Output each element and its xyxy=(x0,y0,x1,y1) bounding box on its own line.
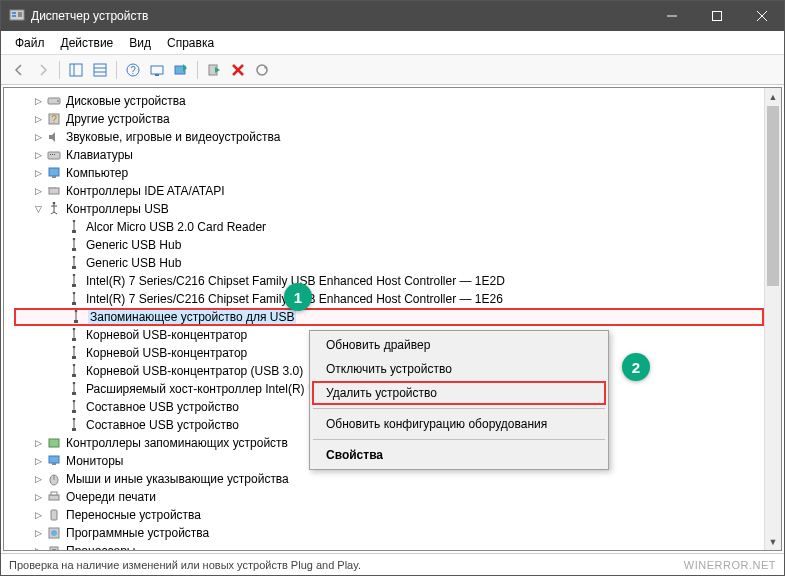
tree-node-usb-child[interactable]: Generic USB Hub xyxy=(14,236,764,254)
svg-text:?: ? xyxy=(51,114,57,125)
chevron-right-icon[interactable]: ▷ xyxy=(32,167,44,179)
tree-node-computer[interactable]: ▷ Компьютер xyxy=(14,164,764,182)
tree-node-usb-controllers[interactable]: ▽ Контроллеры USB xyxy=(14,200,764,218)
tree-node-usb-child[interactable]: Alcor Micro USB 2.0 Card Reader xyxy=(14,218,764,236)
scroll-up-button[interactable]: ▲ xyxy=(765,88,781,105)
menu-view[interactable]: Вид xyxy=(121,34,159,52)
chevron-right-icon[interactable]: ▷ xyxy=(32,95,44,107)
scroll-down-button[interactable]: ▼ xyxy=(765,533,781,550)
context-scan-hardware[interactable]: Обновить конфигурацию оборудования xyxy=(312,412,606,436)
tree-node-ide-atapi[interactable]: ▷ Контроллеры IDE ATA/ATAPI xyxy=(14,182,764,200)
scrollbar-thumb[interactable] xyxy=(767,106,779,286)
chevron-right-icon[interactable]: ▷ xyxy=(32,473,44,485)
tree-node-usb-mass-storage[interactable]: Запоминающее устройство для USB xyxy=(14,308,764,326)
svg-rect-31 xyxy=(52,176,56,178)
cpu-icon xyxy=(46,543,62,550)
update-driver-button[interactable] xyxy=(170,59,192,81)
tree-node-sound-video[interactable]: ▷ Звуковые, игровые и видеоустройства xyxy=(14,128,764,146)
chevron-down-icon[interactable]: ▽ xyxy=(32,203,44,215)
tree-label: Звуковые, игровые и видеоустройства xyxy=(66,130,280,144)
show-hide-tree-button[interactable] xyxy=(65,59,87,81)
chevron-right-icon[interactable]: ▷ xyxy=(32,491,44,503)
device-tree[interactable]: ▷ Дисковые устройства ▷ ? Другие устройс… xyxy=(4,88,764,550)
tree-node-usb-child[interactable]: Intel(R) 7 Series/C216 Chipset Family US… xyxy=(14,272,764,290)
maximize-button[interactable] xyxy=(694,1,739,31)
chevron-right-icon[interactable]: ▷ xyxy=(32,113,44,125)
tree-node-portable[interactable]: ▷Переносные устройства xyxy=(14,506,764,524)
usb-device-icon xyxy=(66,273,82,289)
toolbar: ? xyxy=(1,55,784,85)
context-disable-device[interactable]: Отключить устройство xyxy=(312,357,606,381)
svg-point-23 xyxy=(57,100,59,102)
context-properties[interactable]: Свойства xyxy=(312,443,606,467)
printer-icon xyxy=(46,489,62,505)
chevron-right-icon[interactable]: ▷ xyxy=(32,527,44,539)
chevron-right-icon[interactable]: ▷ xyxy=(32,509,44,521)
window-title: Диспетчер устройств xyxy=(31,9,649,23)
chevron-right-icon[interactable]: ▷ xyxy=(32,185,44,197)
minimize-button[interactable] xyxy=(649,1,694,31)
svg-rect-42 xyxy=(72,266,76,269)
tree-node-software[interactable]: ▷Программные устройства xyxy=(14,524,764,542)
svg-rect-48 xyxy=(74,320,78,323)
menu-help[interactable]: Справка xyxy=(159,34,222,52)
tree-node-processors[interactable]: ▷Процессоры xyxy=(14,542,764,550)
audio-icon xyxy=(46,129,62,145)
tree-label: Generic USB Hub xyxy=(86,256,181,270)
context-uninstall-device[interactable]: Удалить устройство xyxy=(312,381,606,405)
svg-point-36 xyxy=(53,202,56,204)
other-devices-icon: ? xyxy=(46,111,62,127)
back-button[interactable] xyxy=(8,59,30,81)
tree-label: Контроллеры USB xyxy=(66,202,169,216)
tree-node-print-queues[interactable]: ▷Очереди печати xyxy=(14,488,764,506)
chevron-right-icon[interactable]: ▷ xyxy=(32,545,44,550)
chevron-right-icon[interactable]: ▷ xyxy=(32,131,44,143)
svg-rect-3 xyxy=(18,12,22,17)
svg-rect-28 xyxy=(52,154,53,155)
svg-point-43 xyxy=(73,274,76,276)
refresh-button[interactable] xyxy=(251,59,273,81)
svg-point-49 xyxy=(73,328,76,330)
usb-device-icon xyxy=(66,381,82,397)
forward-button[interactable] xyxy=(32,59,54,81)
chevron-right-icon[interactable]: ▷ xyxy=(32,455,44,467)
disk-drive-icon xyxy=(46,93,62,109)
tree-node-keyboards[interactable]: ▷ Клавиатуры xyxy=(14,146,764,164)
tree-label: Программные устройства xyxy=(66,526,209,540)
close-button[interactable] xyxy=(739,1,784,31)
svg-rect-32 xyxy=(49,188,59,194)
svg-point-57 xyxy=(73,400,76,402)
svg-rect-61 xyxy=(49,439,59,447)
svg-rect-54 xyxy=(72,374,76,377)
portable-device-icon xyxy=(46,507,62,523)
scan-button[interactable] xyxy=(146,59,168,81)
menu-action[interactable]: Действие xyxy=(53,34,122,52)
tree-node-mice[interactable]: ▷Мыши и иные указывающие устройства xyxy=(14,470,764,488)
enable-button[interactable] xyxy=(203,59,225,81)
chevron-right-icon[interactable]: ▷ xyxy=(32,437,44,449)
chevron-right-icon[interactable]: ▷ xyxy=(32,149,44,161)
help-button[interactable]: ? xyxy=(122,59,144,81)
status-text: Проверка на наличие изменений или новых … xyxy=(9,559,361,571)
computer-icon xyxy=(46,165,62,181)
svg-rect-8 xyxy=(70,64,82,76)
menu-file[interactable]: Файл xyxy=(7,34,53,52)
toolbar-separator xyxy=(197,61,198,79)
svg-rect-27 xyxy=(50,154,51,155)
usb-device-icon xyxy=(66,327,82,343)
tree-node-other-devices[interactable]: ▷ ? Другие устройства xyxy=(14,110,764,128)
tree-node-disk-drives[interactable]: ▷ Дисковые устройства xyxy=(14,92,764,110)
context-separator xyxy=(313,408,605,409)
properties-button[interactable] xyxy=(89,59,111,81)
svg-rect-10 xyxy=(94,64,106,76)
tree-label: Очереди печати xyxy=(66,490,156,504)
uninstall-button[interactable] xyxy=(227,59,249,81)
content-area: ▷ Дисковые устройства ▷ ? Другие устройс… xyxy=(3,87,782,551)
context-update-driver[interactable]: Обновить драйвер xyxy=(312,333,606,357)
tree-node-usb-child[interactable]: Generic USB Hub xyxy=(14,254,764,272)
tree-label: Составное USB устройство xyxy=(86,400,239,414)
toolbar-separator xyxy=(59,61,60,79)
vertical-scrollbar[interactable]: ▲ ▼ xyxy=(764,88,781,550)
tree-node-usb-child[interactable]: Intel(R) 7 Series/C216 Chipset Family US… xyxy=(14,290,764,308)
svg-rect-44 xyxy=(72,284,76,287)
